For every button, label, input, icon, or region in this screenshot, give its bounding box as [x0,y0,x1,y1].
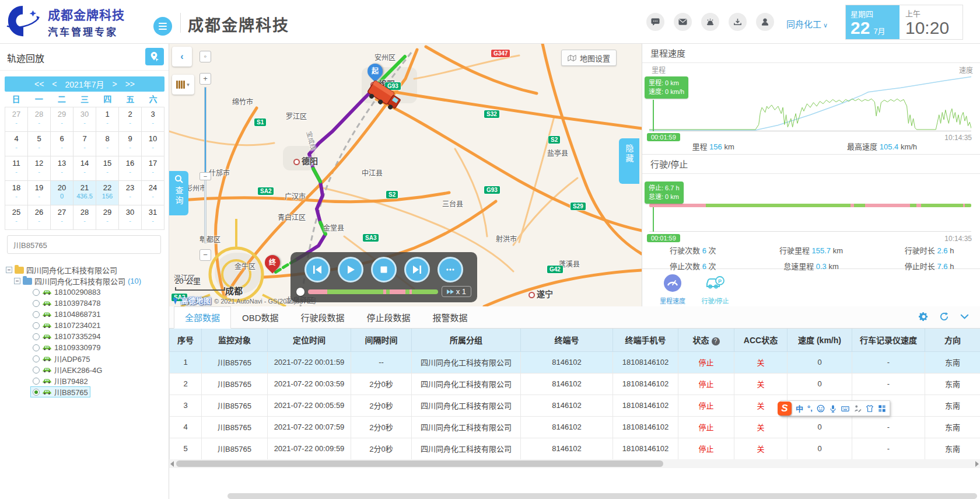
calendar-day-cell[interactable]: 25 - [5,205,28,230]
calendar-day-cell[interactable]: 2 - [119,107,142,132]
calendar-day-cell[interactable]: 29 - [51,107,74,132]
vehicle-item[interactable]: 18100290883 [30,287,103,298]
calendar-day-cell[interactable]: 4 - [5,132,28,156]
radio-button[interactable] [33,322,40,329]
search-input[interactable] [7,235,161,254]
calendar-day-cell[interactable]: 30 - [74,107,96,132]
vehicle-item[interactable]: 18103978478 [30,298,103,309]
calendar-prev-button[interactable]: < [52,79,57,89]
fence-tool-button[interactable]: ▼ [172,75,194,95]
playback-slider-handle[interactable] [296,288,304,296]
calendar-day-cell[interactable]: 31 - [142,205,164,230]
export-icon[interactable] [939,312,949,322]
calendar-day-cell[interactable]: 15 - [96,156,119,181]
map-canvas[interactable]: 安州区绵阳绵竹市罗江区什邡市德阳中江县三台县盐亭县彭州市广汉市青白江区金堂县郫都… [169,44,642,306]
calendar-day-cell[interactable]: 13 - [51,156,74,181]
help-icon[interactable]: ? [712,337,720,346]
table-row[interactable]: 5 川B85765 2021-07-22 00:09:59 2分0秒 四川同舟化… [170,438,980,459]
vehicle-item[interactable]: 川AEK286-4G [30,364,104,375]
mileage-speed-chart[interactable] [649,69,971,131]
radio-button[interactable] [33,378,40,385]
ime-punctuation-toggle[interactable]: °, [807,404,813,413]
calendar-day-cell[interactable]: 29 - [96,205,119,230]
calendar-day-cell[interactable]: 27 - [51,205,74,230]
calendar-day-cell[interactable]: 11 - [5,156,28,181]
calendar-day-cell[interactable]: 12 - [28,156,51,181]
radio-button[interactable] [33,344,40,351]
calendar-day-cell[interactable]: 20 0 [51,181,74,205]
calendar-day-cell[interactable]: 7 - [74,132,96,156]
ime-language-toggle[interactable]: 中 [796,403,803,414]
radio-button[interactable] [33,300,40,307]
route-end-marker[interactable]: 终 [262,252,284,274]
handwriting-icon[interactable] [853,404,862,413]
calendar-day-cell[interactable]: 14 - [74,156,96,181]
zoom-slider-track[interactable] [204,87,206,243]
calendar-last-button[interactable]: >> [125,79,135,89]
table-tab[interactable]: 停止段数据 [356,306,422,329]
play-button[interactable] [338,257,363,282]
stop-button[interactable] [371,257,397,282]
zoom-in-button[interactable]: + [200,73,211,85]
scrollbar-thumb[interactable] [176,460,663,467]
panel-hide-tab[interactable]: 隐藏 [619,138,639,184]
calendar-day-cell[interactable]: 8 - [96,132,119,156]
chevron-down-icon[interactable] [960,312,970,322]
map-settings-button[interactable]: 地图设置 [561,50,617,66]
calendar-day-cell[interactable]: 6 - [51,132,74,156]
calendar-day-cell[interactable]: 30 - [119,205,142,230]
emoji-icon[interactable] [817,404,825,413]
user-icon[interactable] [756,13,774,31]
gear-icon[interactable] [919,312,929,322]
calendar-day-cell[interactable]: 22 156 [96,181,119,205]
collapse-icon[interactable] [6,267,12,273]
vehicle-item[interactable]: 18104868731 [30,309,103,320]
sogou-logo-icon[interactable]: S [778,402,792,416]
page-hscrollbar-thumb[interactable] [228,493,977,499]
radio-button[interactable] [33,367,40,374]
calendar-day-cell[interactable]: 28 - [74,205,96,230]
vehicle-item[interactable]: 18107234021 [30,320,103,331]
tree-root-node[interactable]: 四川同舟化工科技有限公司 [6,264,164,275]
radio-button[interactable] [33,289,40,296]
skin-icon[interactable] [866,404,874,413]
radio-button[interactable] [33,389,40,396]
vehicle-item[interactable]: 川B85765 [30,386,90,397]
table-row[interactable]: 4 川B85765 2021-07-22 00:07:59 2分0秒 四川同舟化… [170,416,980,438]
vehicle-item[interactable]: 18109330979 [30,342,103,353]
collapse-icon[interactable] [14,278,20,284]
calendar-day-cell[interactable]: 3 - [142,107,164,132]
playback-progress-bar[interactable] [308,289,438,294]
radio-button[interactable] [33,333,40,340]
tree-group-node[interactable]: 四川同舟化工科技有限公司 (10) [14,275,164,287]
menu-toggle-button[interactable] [153,17,172,36]
soft-keyboard-icon[interactable] [841,404,849,413]
zoom-slider-handle[interactable]: − [200,172,211,180]
sidebar-collapse-button[interactable]: ‹ [172,47,192,67]
table-horizontal-scrollbar[interactable] [169,459,980,468]
message-icon[interactable] [646,13,664,31]
calendar-day-cell[interactable]: 26 - [28,205,51,230]
calendar-day-cell[interactable]: 21 436.5 [74,181,96,205]
vehicle-item[interactable]: 川ADP675 [30,353,92,364]
table-tab[interactable]: 报警数据 [422,306,479,329]
mileage-speed-switch[interactable]: 里程速度 [655,274,690,305]
calendar-day-cell[interactable]: 19 - [28,181,51,205]
scroll-right-arrow[interactable] [975,461,979,467]
calendar-next-button[interactable]: > [112,79,117,89]
calendar-day-cell[interactable]: 17 - [142,156,164,181]
calendar-day-cell[interactable]: 5 - [28,132,51,156]
download-icon[interactable] [729,13,747,31]
mail-icon[interactable] [674,13,692,31]
table-tab[interactable]: 行驶段数据 [290,306,356,329]
playback-speed-button[interactable]: x 1 [442,286,471,297]
calendar-first-button[interactable]: << [34,79,44,89]
company-selector[interactable]: 同舟化工∨ [786,18,828,30]
calendar-day-cell[interactable]: 18 - [5,181,28,205]
table-row[interactable]: 1 川B85765 2021-07-22 00:01:59 -- 四川同舟化工科… [170,351,980,373]
more-options-button[interactable] [438,257,463,282]
radio-button[interactable] [33,311,40,318]
calendar-day-cell[interactable]: 1 - [96,107,119,132]
radio-button[interactable] [33,355,40,362]
vehicle-item[interactable]: 18107335294 [30,331,103,342]
